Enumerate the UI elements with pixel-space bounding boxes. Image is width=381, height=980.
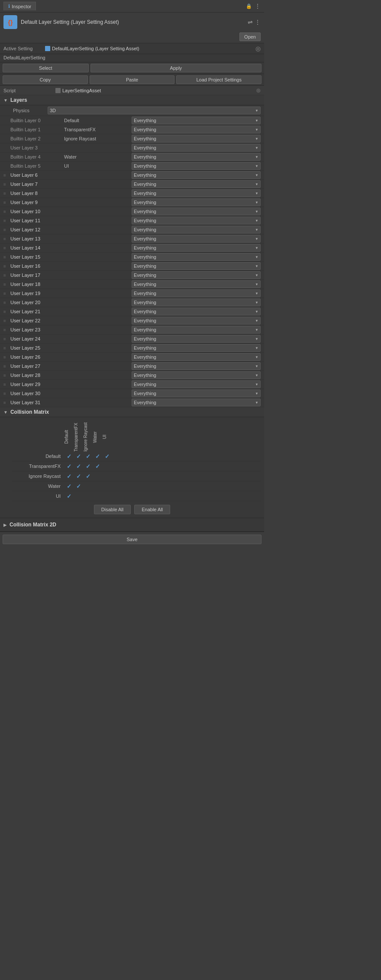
matrix-checkbox[interactable]: ✓ xyxy=(83,451,93,461)
layer-row[interactable]: ≡User Layer 21Everything▼ xyxy=(0,307,264,316)
matrix-checkbox[interactable]: ✓ xyxy=(83,461,93,471)
drag-handle-icon[interactable]: ≡ xyxy=(3,255,10,260)
layer-mask-dropdown[interactable]: Everything▼ xyxy=(132,235,261,243)
drag-handle-icon[interactable]: ≡ xyxy=(3,400,10,405)
layer-row[interactable]: ≡User Layer 10Everything▼ xyxy=(0,207,264,216)
drag-handle-icon[interactable]: ≡ xyxy=(3,328,10,332)
layer-row[interactable]: ≡User Layer 13Everything▼ xyxy=(0,234,264,243)
drag-handle-icon[interactable]: ≡ xyxy=(3,237,10,241)
drag-handle-icon[interactable]: ≡ xyxy=(3,364,10,369)
layer-mask-dropdown[interactable]: Everything▼ xyxy=(132,126,261,133)
matrix-checkbox[interactable]: ✓ xyxy=(74,451,83,461)
collision-matrix-header[interactable]: ▼ Collision Matrix xyxy=(0,407,264,417)
load-project-settings-button[interactable]: Load Project Settings xyxy=(176,75,262,84)
open-button[interactable]: Open xyxy=(239,32,261,41)
drag-handle-icon[interactable]: ≡ xyxy=(3,291,10,296)
layer-row[interactable]: ≡User Layer 29Everything▼ xyxy=(0,380,264,389)
copy-button[interactable]: Copy xyxy=(3,75,88,84)
layer-row[interactable]: ≡User Layer 15Everything▼ xyxy=(0,253,264,262)
layer-mask-dropdown[interactable]: Everything▼ xyxy=(132,362,261,370)
layer-row[interactable]: ≡User Layer 28Everything▼ xyxy=(0,371,264,380)
inspector-tab[interactable]: ℹ Inspector xyxy=(3,2,36,10)
matrix-checkbox[interactable]: ✓ xyxy=(64,451,74,461)
layer-mask-dropdown[interactable]: Everything▼ xyxy=(132,208,261,215)
collision-matrix-2d-header[interactable]: ▶ Collision Matrix 2D xyxy=(3,520,261,529)
layer-row[interactable]: ≡User Layer 7Everything▼ xyxy=(0,180,264,189)
drag-handle-icon[interactable]: ≡ xyxy=(3,318,10,323)
layer-row[interactable]: ≡User Layer 25Everything▼ xyxy=(0,344,264,353)
layer-mask-dropdown[interactable]: Everything▼ xyxy=(132,153,261,161)
drag-handle-icon[interactable]: ≡ xyxy=(3,391,10,396)
matrix-checkbox[interactable]: ✓ xyxy=(83,471,93,481)
drag-handle-icon[interactable]: ≡ xyxy=(3,246,10,250)
layer-mask-dropdown[interactable]: Everything▼ xyxy=(132,280,261,288)
matrix-checkbox[interactable]: ✓ xyxy=(64,481,74,491)
menu-icon[interactable]: ⋮ xyxy=(255,3,261,10)
enable-all-button[interactable]: Enable All xyxy=(134,505,170,514)
apply-button[interactable]: Apply xyxy=(90,64,262,72)
drag-handle-icon[interactable]: ≡ xyxy=(3,227,10,232)
layer-row[interactable]: ≡User Layer 8Everything▼ xyxy=(0,189,264,198)
disable-all-button[interactable]: Disable All xyxy=(94,505,131,514)
matrix-checkbox[interactable]: ✓ xyxy=(64,461,74,471)
save-button[interactable]: Save xyxy=(3,535,262,544)
matrix-checkbox[interactable]: ✓ xyxy=(74,461,83,471)
drag-handle-icon[interactable]: ≡ xyxy=(3,346,10,350)
adjust-icon[interactable]: ⇌ xyxy=(248,19,253,26)
matrix-checkbox[interactable]: ✓ xyxy=(74,481,83,491)
layer-mask-dropdown[interactable]: Everything▼ xyxy=(132,399,261,406)
layer-mask-dropdown[interactable]: Everything▼ xyxy=(132,380,261,388)
layer-mask-dropdown[interactable]: Everything▼ xyxy=(132,217,261,224)
drag-handle-icon[interactable]: ≡ xyxy=(3,191,10,196)
layer-mask-dropdown[interactable]: Everything▼ xyxy=(132,226,261,234)
matrix-checkbox[interactable]: ✓ xyxy=(93,461,102,471)
layer-mask-dropdown[interactable]: Everything▼ xyxy=(132,162,261,170)
layer-row[interactable]: ≡User Layer 18Everything▼ xyxy=(0,280,264,289)
layer-row[interactable]: ≡User Layer 19Everything▼ xyxy=(0,289,264,298)
layer-mask-dropdown[interactable]: Everything▼ xyxy=(132,289,261,297)
layer-row[interactable]: ≡User Layer 24Everything▼ xyxy=(0,334,264,344)
layer-row[interactable]: ≡User Layer 26Everything▼ xyxy=(0,353,264,362)
layer-mask-dropdown[interactable]: Everything▼ xyxy=(132,308,261,315)
layer-mask-dropdown[interactable]: Everything▼ xyxy=(132,244,261,252)
layer-row[interactable]: ≡User Layer 27Everything▼ xyxy=(0,362,264,371)
layer-row[interactable]: ≡User Layer 16Everything▼ xyxy=(0,262,264,271)
matrix-checkbox[interactable]: ✓ xyxy=(93,451,102,461)
drag-handle-icon[interactable]: ≡ xyxy=(3,264,10,269)
matrix-checkbox[interactable]: ✓ xyxy=(74,471,83,481)
layer-row[interactable]: ≡User Layer 23Everything▼ xyxy=(0,325,264,334)
layer-row[interactable]: ≡User Layer 11Everything▼ xyxy=(0,216,264,225)
matrix-checkbox[interactable]: ✓ xyxy=(102,451,112,461)
layer-mask-dropdown[interactable]: Everything▼ xyxy=(132,144,261,152)
layer-mask-dropdown[interactable]: Everything▼ xyxy=(132,335,261,343)
layer-mask-dropdown[interactable]: Everything▼ xyxy=(132,389,261,397)
drag-handle-icon[interactable]: ≡ xyxy=(3,209,10,214)
layer-row[interactable]: ≡User Layer 22Everything▼ xyxy=(0,316,264,325)
layer-mask-dropdown[interactable]: Everything▼ xyxy=(132,262,261,270)
layer-mask-dropdown[interactable]: Everything▼ xyxy=(132,198,261,206)
layer-mask-dropdown[interactable]: Everything▼ xyxy=(132,344,261,352)
active-setting-circle-icon[interactable]: ◎ xyxy=(255,45,261,52)
layer-mask-dropdown[interactable]: Everything▼ xyxy=(132,326,261,334)
layer-row[interactable]: ≡User Layer 9Everything▼ xyxy=(0,198,264,207)
drag-handle-icon[interactable]: ≡ xyxy=(3,373,10,378)
drag-handle-icon[interactable]: ≡ xyxy=(3,309,10,314)
layer-row[interactable]: ≡User Layer 31Everything▼ xyxy=(0,398,264,407)
matrix-checkbox[interactable]: ✓ xyxy=(64,471,74,481)
layer-mask-dropdown[interactable]: Everything▼ xyxy=(132,317,261,325)
layer-row[interactable]: ≡User Layer 6Everything▼ xyxy=(0,171,264,180)
layer-mask-dropdown[interactable]: Everything▼ xyxy=(132,271,261,279)
drag-handle-icon[interactable]: ≡ xyxy=(3,218,10,223)
drag-handle-icon[interactable]: ≡ xyxy=(3,282,10,287)
layers-section-header[interactable]: ▼ Layers xyxy=(0,95,264,105)
layer-mask-dropdown[interactable]: Everything▼ xyxy=(132,135,261,143)
drag-handle-icon[interactable]: ≡ xyxy=(3,173,10,178)
layer-mask-dropdown[interactable]: Everything▼ xyxy=(132,180,261,188)
layer-mask-dropdown[interactable]: Everything▼ xyxy=(132,299,261,306)
drag-handle-icon[interactable]: ≡ xyxy=(3,182,10,187)
layer-mask-dropdown[interactable]: Everything▼ xyxy=(132,189,261,197)
drag-handle-icon[interactable]: ≡ xyxy=(3,355,10,360)
layer-mask-dropdown[interactable]: Everything▼ xyxy=(132,353,261,361)
physics-dropdown[interactable]: 3D ▼ xyxy=(48,107,261,114)
select-button[interactable]: Select xyxy=(3,64,89,72)
